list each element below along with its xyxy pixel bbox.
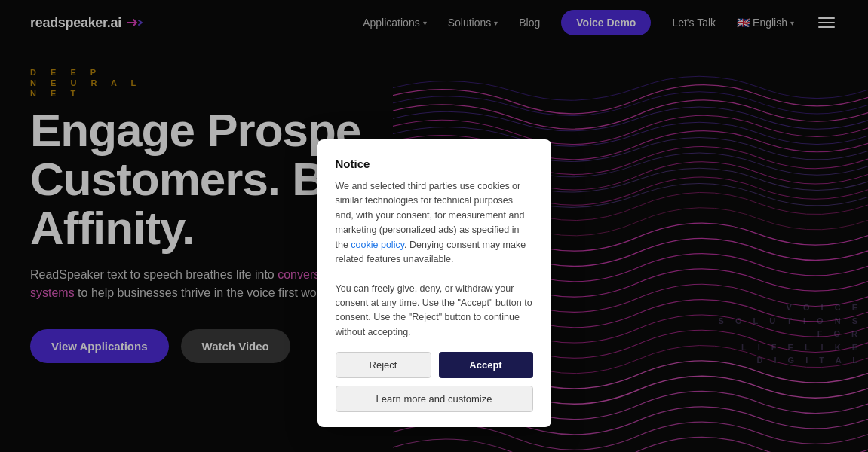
cookie-primary-buttons: Reject Accept	[336, 352, 533, 378]
cookie-accept-button[interactable]: Accept	[439, 352, 533, 378]
cookie-policy-link[interactable]: cookie policy	[351, 240, 404, 250]
cookie-reject-button[interactable]: Reject	[336, 352, 431, 378]
cookie-notice-modal: Notice We and selected third parties use…	[317, 139, 551, 427]
cookie-body-text-3: You can freely give, deny, or withdraw y…	[336, 283, 532, 337]
cookie-body: We and selected third parties use cookie…	[336, 179, 533, 340]
cookie-customize-button[interactable]: Learn more and customize	[336, 386, 533, 412]
cookie-title: Notice	[336, 157, 533, 170]
